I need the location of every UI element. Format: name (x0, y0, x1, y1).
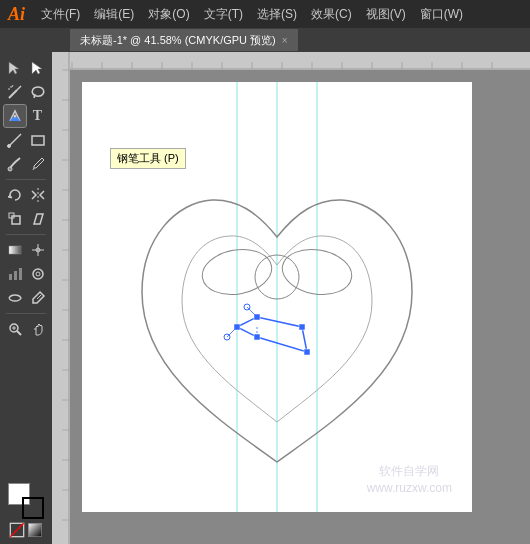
rect-tool[interactable] (27, 129, 49, 151)
color-mode-row (9, 522, 43, 538)
reflect-tool[interactable] (27, 184, 49, 206)
tool-row-zoom (0, 318, 52, 340)
divider-2 (6, 234, 46, 235)
tool-row-graph (0, 263, 52, 285)
tab-close-button[interactable]: × (282, 35, 288, 46)
title-bar: Ai 文件(F) 编辑(E) 对象(O) 文字(T) 选择(S) 效果(C) 视… (0, 0, 530, 28)
eyedropper-tool[interactable] (27, 287, 49, 309)
mesh-tool[interactable] (27, 239, 49, 261)
gradient-color[interactable] (27, 522, 43, 538)
tool-row-blend (0, 287, 52, 309)
tool-row-scale (0, 208, 52, 230)
svg-line-6 (9, 134, 21, 146)
menu-window[interactable]: 窗口(W) (414, 4, 469, 25)
hand-tool[interactable] (27, 318, 49, 340)
svg-line-0 (9, 90, 17, 98)
stroke-color[interactable] (22, 497, 44, 519)
selection-tool[interactable] (4, 57, 26, 79)
svg-rect-12 (12, 216, 20, 224)
ruler-top (52, 52, 530, 70)
svg-rect-8 (32, 136, 44, 145)
zoom-tool[interactable] (4, 318, 26, 340)
canvas-area[interactable]: 软件自学网 www.ruzxw.com 钢笔工具 (P) (52, 52, 530, 544)
tool-row-pen: T (0, 105, 52, 127)
menu-select[interactable]: 选择(S) (251, 4, 303, 25)
ai-logo: Ai (8, 4, 25, 25)
menu-object[interactable]: 对象(O) (142, 4, 195, 25)
symbol-tool[interactable] (27, 263, 49, 285)
menu-text[interactable]: 文字(T) (198, 4, 249, 25)
svg-point-5 (13, 115, 16, 118)
paintbrush-tool[interactable] (4, 153, 26, 175)
svg-line-10 (33, 168, 34, 170)
menu-file[interactable]: 文件(F) (35, 4, 86, 25)
ruler-left (52, 52, 70, 544)
menu-bar: 文件(F) 编辑(E) 对象(O) 文字(T) 选择(S) 效果(C) 视图(V… (35, 4, 522, 25)
svg-line-30 (10, 523, 23, 536)
tool-row-paintbrush (0, 153, 52, 175)
tool-row-magic (0, 81, 52, 103)
active-tab[interactable]: 未标题-1* @ 41.58% (CMYK/GPU 预览) × (70, 29, 298, 51)
tool-row-selection (0, 57, 52, 79)
svg-line-79 (247, 307, 257, 317)
magic-wand-tool[interactable] (4, 81, 26, 103)
svg-rect-32 (52, 52, 530, 70)
svg-rect-18 (9, 274, 12, 280)
left-toolbar: T (0, 52, 52, 544)
tab-label: 未标题-1* @ 41.58% (CMYK/GPU 预览) (80, 33, 276, 48)
svg-rect-75 (299, 324, 305, 330)
main-layout: T (0, 52, 530, 544)
svg-point-21 (33, 269, 43, 279)
pencil-tool[interactable] (27, 153, 49, 175)
svg-rect-19 (14, 271, 17, 280)
divider-1 (6, 179, 46, 180)
tool-row-rotate (0, 184, 52, 206)
gradient-tool[interactable] (4, 239, 26, 261)
tool-row-gradient (0, 239, 52, 261)
stroke-fill-area[interactable] (8, 483, 44, 519)
none-color[interactable] (9, 522, 25, 538)
svg-point-9 (8, 167, 12, 171)
menu-effect[interactable]: 效果(C) (305, 4, 358, 25)
menu-edit[interactable]: 编辑(E) (88, 4, 140, 25)
svg-point-7 (7, 145, 10, 148)
svg-rect-49 (52, 52, 70, 544)
tool-row-line (0, 129, 52, 151)
direct-selection-tool[interactable] (27, 57, 49, 79)
svg-line-4 (12, 85, 13, 87)
svg-rect-14 (9, 246, 21, 254)
svg-line-1 (17, 86, 21, 90)
line-tool[interactable] (4, 129, 26, 151)
text-tool[interactable]: T (27, 105, 49, 127)
lasso-tool[interactable] (27, 81, 49, 103)
svg-rect-31 (28, 523, 41, 536)
rotate-tool[interactable] (4, 184, 26, 206)
pen-tool[interactable] (4, 105, 26, 127)
shear-tool[interactable] (27, 208, 49, 230)
svg-rect-20 (19, 268, 22, 280)
menu-view[interactable]: 视图(V) (360, 4, 412, 25)
tab-bar: 未标题-1* @ 41.58% (CMYK/GPU 预览) × (0, 28, 530, 52)
svg-line-23 (37, 295, 41, 299)
svg-line-25 (17, 331, 21, 335)
artboard[interactable]: 软件自学网 www.ruzxw.com (82, 82, 472, 512)
blend-tool[interactable] (4, 287, 26, 309)
graph-tool[interactable] (4, 263, 26, 285)
svg-point-22 (36, 272, 40, 276)
svg-rect-76 (304, 349, 310, 355)
color-area (4, 477, 48, 544)
divider-3 (6, 313, 46, 314)
drawing-canvas (82, 82, 472, 512)
svg-line-78 (227, 327, 237, 337)
scale-tool[interactable] (4, 208, 26, 230)
